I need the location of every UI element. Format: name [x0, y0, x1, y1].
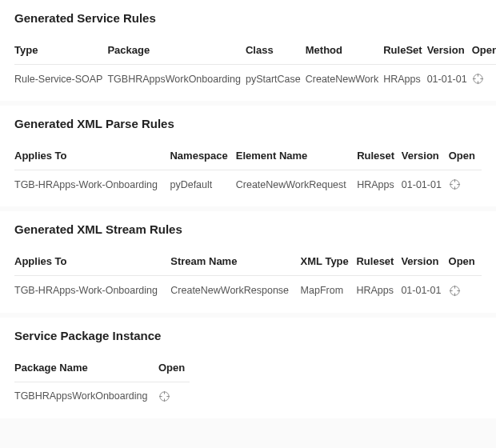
- col-package-name: Package Name: [14, 357, 158, 382]
- col-ruleset: Ruleset: [357, 145, 402, 170]
- service-rules-section: Generated Service Rules Type Package Cla…: [0, 0, 496, 101]
- col-applies-to: Applies To: [14, 145, 170, 170]
- xml-stream-rules-section: Generated XML Stream Rules Applies To St…: [0, 211, 496, 312]
- cell-namespace: pyDefault: [170, 170, 235, 198]
- cell-version: 01-01-01: [401, 276, 448, 303]
- cell-stream-name: CreateNewWorkResponse: [170, 276, 300, 303]
- table-row: TGBHRAppsWorkOnboarding: [14, 382, 190, 409]
- open-icon[interactable]: [449, 285, 461, 297]
- cell-version: 01-01-01: [402, 170, 449, 198]
- open-icon[interactable]: [158, 390, 170, 402]
- cell-ruleset: HRApps: [356, 276, 401, 303]
- cell-applies-to: TGB-HRApps-Work-Onboarding: [14, 170, 170, 198]
- cell-xml-type: MapFrom: [301, 276, 357, 303]
- cell-package-name: TGBHRAppsWorkOnboarding: [14, 382, 158, 409]
- cell-package: TGBHRAppsWorkOnboarding: [107, 65, 246, 92]
- service-package-section: Service Package Instance Package Name Op…: [0, 318, 496, 418]
- service-rules-table: Type Package Class Method RuleSet Versio…: [14, 39, 496, 91]
- col-xml-type: XML Type: [301, 250, 357, 276]
- xml-parse-rules-table: Applies To Namespace Element Name Rulese…: [14, 145, 482, 197]
- table-row: TGB-HRApps-Work-Onboarding pyDefault Cre…: [14, 170, 482, 198]
- col-open: Open: [158, 357, 190, 382]
- xml-stream-rules-table: Applies To Stream Name XML Type Ruleset …: [14, 250, 482, 302]
- service-rules-title: Generated Service Rules: [14, 11, 482, 25]
- col-version: Version: [401, 250, 448, 276]
- service-package-table: Package Name Open TGBHRAppsWorkOnboardin…: [14, 357, 190, 409]
- col-type: Type: [14, 39, 107, 65]
- col-class: Class: [246, 39, 306, 65]
- open-icon[interactable]: [472, 73, 484, 85]
- table-row: TGB-HRApps-Work-Onboarding CreateNewWork…: [14, 276, 482, 303]
- col-stream-name: Stream Name: [170, 250, 300, 276]
- table-row: Rule-Service-SOAP TGBHRAppsWorkOnboardin…: [14, 65, 496, 92]
- open-icon[interactable]: [449, 178, 461, 190]
- col-namespace: Namespace: [170, 145, 235, 170]
- xml-stream-rules-title: Generated XML Stream Rules: [14, 222, 482, 236]
- cell-ruleset: HRApps: [383, 65, 426, 92]
- cell-type: Rule-Service-SOAP: [14, 65, 107, 92]
- col-open: Open: [472, 39, 496, 65]
- cell-ruleset: HRApps: [357, 170, 402, 198]
- xml-parse-rules-title: Generated XML Parse Rules: [14, 117, 482, 130]
- cell-applies-to: TGB-HRApps-Work-Onboarding: [14, 276, 170, 303]
- col-package: Package: [107, 39, 246, 65]
- cell-class: pyStartCase: [246, 65, 306, 92]
- cell-method: CreateNewWork: [306, 65, 383, 92]
- xml-parse-rules-section: Generated XML Parse Rules Applies To Nam…: [0, 106, 496, 206]
- col-applies-to: Applies To: [14, 250, 170, 276]
- col-ruleset: Ruleset: [356, 250, 401, 276]
- col-ruleset: RuleSet: [383, 39, 426, 65]
- service-package-title: Service Package Instance: [14, 329, 482, 342]
- col-method: Method: [306, 39, 383, 65]
- col-version: Version: [427, 39, 472, 65]
- col-version: Version: [402, 145, 449, 170]
- col-open: Open: [449, 145, 482, 170]
- col-element-name: Element Name: [236, 145, 357, 170]
- col-open: Open: [449, 250, 482, 276]
- cell-element-name: CreateNewWorkRequest: [236, 170, 357, 198]
- cell-version: 01-01-01: [427, 65, 472, 92]
